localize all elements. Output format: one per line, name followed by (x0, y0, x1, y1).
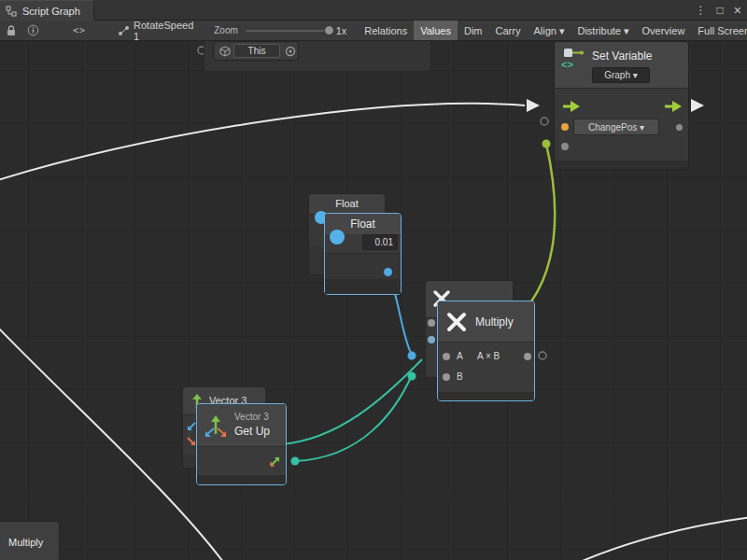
node-footer (555, 161, 688, 169)
float-value-input[interactable]: 0.01 (362, 234, 398, 250)
node-footer (197, 475, 286, 484)
port-ghost-a[interactable] (428, 319, 435, 327)
carry-button[interactable]: Carry (489, 21, 528, 41)
port-setvariable-output[interactable] (676, 124, 683, 131)
node-title: Multiply (0, 522, 59, 548)
graph-toolbar: <> RotateSpeed 1 Zoom 1x Relations Value… (0, 21, 747, 41)
port-variable-name[interactable] (561, 123, 569, 131)
flow-output-arrow[interactable] (664, 100, 683, 113)
node-title: Set Variable (592, 49, 652, 63)
flow-input-arrow[interactable] (562, 100, 581, 113)
graph-name-label[interactable]: RotateSpeed 1 (134, 21, 193, 41)
zoom-value: 1x (336, 25, 347, 36)
node-title: Float (325, 214, 401, 231)
zoom-slider[interactable] (246, 30, 329, 32)
flow-arrow-into-setvariable[interactable] (527, 99, 540, 112)
wire-flow-bottom-right (571, 517, 747, 560)
dim-button[interactable]: Dim (458, 21, 489, 41)
output-label: A × B (477, 351, 500, 361)
script-graph-icon (6, 6, 17, 17)
values-button[interactable]: Values (414, 21, 458, 41)
vector-value-icon (268, 455, 281, 469)
fullscreen-button[interactable]: Full Screen (691, 21, 747, 41)
svg-text:<>: <> (561, 59, 573, 70)
info-icon[interactable] (27, 24, 39, 36)
node-title: Multiply (475, 315, 514, 329)
tab-script-graph[interactable]: Script Graph (0, 0, 94, 21)
node-footer (438, 392, 534, 400)
node-getup[interactable]: Vector 3 Get Up (196, 403, 287, 485)
graph-kind-dropdown[interactable]: Graph ▾ (592, 67, 650, 83)
zoom-label: Zoom (214, 25, 238, 35)
input-a-label: A (457, 351, 463, 361)
wire-getup-to-multiply-a (280, 359, 422, 444)
close-icon[interactable]: × (734, 3, 741, 18)
port-unconnected-setvariable-left[interactable] (541, 118, 548, 125)
flow-arrow-out-right[interactable] (691, 99, 704, 112)
lock-icon[interactable] (6, 24, 17, 36)
port-wire-end-blue[interactable] (408, 352, 416, 360)
cube-icon (219, 46, 231, 57)
graph-canvas[interactable]: This <> Set Variable Graph ▾ (0, 41, 747, 560)
port-unconnected-multiply-right[interactable] (539, 352, 546, 359)
distribute-dropdown-button[interactable]: Distribute ▾ (571, 21, 635, 41)
input-b-label: B (457, 371, 463, 382)
graph-ref-icon (118, 25, 130, 36)
port-wire-end-olive[interactable] (543, 140, 551, 148)
node-type-label: Vector 3 (234, 412, 269, 422)
tab-label: Script Graph (22, 6, 80, 17)
node-footer (325, 279, 401, 294)
overview-button[interactable]: Overview (636, 21, 692, 41)
port-getup-output[interactable] (291, 457, 300, 466)
window-titlebar: Script Graph ⋮ □ × (0, 0, 747, 21)
wire-multiply-to-setvariable (510, 144, 555, 325)
variable-dropdown[interactable]: ChangePos ▾ (573, 119, 659, 135)
set-variable-icon: <> (560, 47, 585, 71)
float-icon (330, 230, 345, 245)
port-multiply-b[interactable] (443, 373, 450, 381)
node-set-variable[interactable]: <> Set Variable Graph ▾ ChangePos ▾ (554, 41, 689, 170)
code-icon[interactable]: <> (73, 25, 86, 35)
node-float[interactable]: Float 0.01 (324, 213, 402, 295)
wire-flow-top (0, 104, 525, 181)
node-title: Float (309, 194, 385, 209)
zoom-slider-handle[interactable] (324, 25, 334, 35)
maximize-icon[interactable]: □ (717, 4, 724, 17)
window-menu-icon[interactable]: ⋮ (696, 4, 707, 17)
node-multiply[interactable]: Multiply A A × B B (437, 301, 535, 401)
port-ghost-b[interactable] (428, 336, 435, 343)
port-wire-end-teal[interactable] (408, 372, 416, 381)
node-multiply-corner[interactable]: Multiply (0, 521, 60, 560)
this-label[interactable]: This (233, 44, 280, 58)
multiply-x-icon (445, 311, 468, 333)
vector3-axes-icon (203, 413, 229, 438)
relations-button[interactable]: Relations (358, 21, 414, 41)
wire-getup-to-multiply-b (295, 375, 412, 461)
node-this[interactable]: This (213, 41, 299, 61)
port-multiply-output[interactable] (524, 353, 531, 360)
node-title: Get Up (234, 425, 270, 438)
port-multiply-a[interactable] (443, 353, 450, 360)
port-float-output[interactable] (384, 268, 392, 276)
port-this-output[interactable] (285, 46, 296, 57)
align-dropdown-button[interactable]: Align ▾ (527, 21, 571, 41)
port-setvariable-value[interactable] (561, 143, 569, 150)
